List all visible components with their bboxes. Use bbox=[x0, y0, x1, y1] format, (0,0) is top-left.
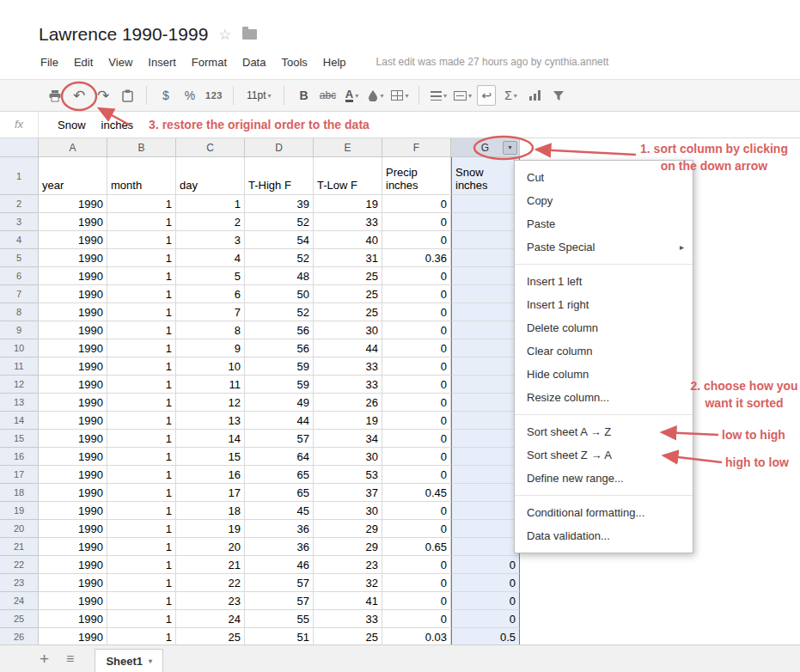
cell-D10[interactable]: 56 bbox=[245, 339, 314, 357]
context-menu-item-define-new-range[interactable]: Define new range... bbox=[515, 467, 693, 490]
cell-A25[interactable]: 1990 bbox=[39, 610, 107, 628]
cell-E16[interactable]: 30 bbox=[314, 448, 382, 466]
row-header-18[interactable]: 18 bbox=[0, 484, 39, 502]
cell-G1[interactable]: Snow inches bbox=[451, 157, 520, 195]
cell-F5[interactable]: 0.36 bbox=[382, 249, 451, 267]
merge-cells-icon[interactable]: ▾ bbox=[453, 85, 472, 106]
cell-A4[interactable]: 1990 bbox=[39, 231, 107, 249]
add-sheet-icon[interactable]: + bbox=[40, 650, 49, 669]
cell-D16[interactable]: 64 bbox=[245, 448, 314, 466]
chart-icon[interactable] bbox=[525, 85, 544, 106]
cell-D19[interactable]: 45 bbox=[245, 502, 314, 520]
cell-C2[interactable]: 1 bbox=[176, 195, 245, 213]
column-header-A[interactable]: A bbox=[39, 138, 107, 157]
cell-A1[interactable]: year bbox=[39, 157, 107, 195]
cell-F18[interactable]: 0.45 bbox=[382, 484, 451, 502]
cell-C10[interactable]: 9 bbox=[176, 339, 245, 357]
folder-icon[interactable] bbox=[242, 29, 257, 40]
font-size-select[interactable]: 11pt ▾ bbox=[243, 85, 274, 106]
column-header-D[interactable]: D bbox=[245, 138, 314, 157]
cell-D24[interactable]: 57 bbox=[245, 592, 314, 610]
menu-edit[interactable]: Edit bbox=[66, 54, 101, 70]
cell-A10[interactable]: 1990 bbox=[39, 339, 107, 357]
cell-B8[interactable]: 1 bbox=[107, 303, 176, 321]
cell-G11[interactable] bbox=[451, 357, 520, 376]
cell-F3[interactable]: 0 bbox=[382, 213, 451, 231]
cell-D22[interactable]: 46 bbox=[245, 556, 314, 574]
cell-B7[interactable]: 1 bbox=[107, 285, 176, 303]
cell-D2[interactable]: 39 bbox=[245, 195, 314, 213]
cell-G15[interactable] bbox=[451, 430, 520, 448]
context-menu-item-delete-column[interactable]: Delete column bbox=[515, 316, 693, 339]
cell-F6[interactable]: 0 bbox=[382, 267, 451, 285]
row-header-25[interactable]: 25 bbox=[0, 610, 39, 628]
cell-D15[interactable]: 57 bbox=[245, 430, 314, 448]
context-menu-item-hide-column[interactable]: Hide column bbox=[515, 363, 693, 386]
cell-B16[interactable]: 1 bbox=[107, 448, 176, 466]
cell-C22[interactable]: 21 bbox=[176, 556, 245, 574]
cell-G21[interactable] bbox=[451, 538, 520, 556]
cell-B10[interactable]: 1 bbox=[107, 339, 176, 357]
cell-B9[interactable]: 1 bbox=[107, 321, 176, 339]
cell-F19[interactable]: 0 bbox=[382, 502, 451, 520]
cell-B22[interactable]: 1 bbox=[107, 556, 176, 574]
context-menu-item-clear-column[interactable]: Clear column bbox=[515, 339, 693, 363]
cell-C18[interactable]: 17 bbox=[176, 484, 245, 502]
cell-F1[interactable]: Precip inches bbox=[382, 157, 451, 195]
menu-data[interactable]: Data bbox=[235, 54, 273, 70]
cell-G10[interactable] bbox=[451, 339, 520, 357]
cell-D21[interactable]: 36 bbox=[245, 538, 314, 556]
row-header-8[interactable]: 8 bbox=[0, 303, 39, 321]
cell-G14[interactable] bbox=[451, 412, 520, 430]
context-menu-item-insert-1-left[interactable]: Insert 1 left bbox=[515, 270, 693, 293]
cell-E19[interactable]: 30 bbox=[314, 502, 382, 520]
cell-E20[interactable]: 29 bbox=[314, 520, 382, 538]
cell-C21[interactable]: 20 bbox=[176, 538, 245, 556]
cell-B12[interactable]: 1 bbox=[107, 376, 176, 394]
undo-icon[interactable]: ↶ bbox=[70, 85, 89, 106]
column-header-E[interactable]: E bbox=[314, 138, 382, 157]
filter-icon[interactable] bbox=[549, 85, 568, 106]
strikethrough-icon[interactable]: abc bbox=[318, 85, 337, 106]
cell-G26[interactable]: 0.5 bbox=[451, 628, 520, 645]
cell-G24[interactable]: 0 bbox=[451, 592, 520, 610]
cell-E11[interactable]: 33 bbox=[314, 357, 382, 376]
cell-D8[interactable]: 52 bbox=[245, 303, 314, 321]
cell-C25[interactable]: 24 bbox=[176, 610, 245, 628]
text-color-icon[interactable]: A ▾ bbox=[342, 85, 361, 106]
cell-A2[interactable]: 1990 bbox=[39, 195, 107, 213]
cell-E17[interactable]: 53 bbox=[314, 466, 382, 484]
cell-E8[interactable]: 25 bbox=[314, 303, 382, 321]
borders-icon[interactable]: ▾ bbox=[390, 85, 409, 106]
cell-D9[interactable]: 56 bbox=[245, 321, 314, 339]
column-header-B[interactable]: B bbox=[107, 138, 176, 157]
row-header-11[interactable]: 11 bbox=[0, 357, 39, 376]
functions-icon[interactable]: Σ ▾ bbox=[501, 85, 520, 106]
cell-A18[interactable]: 1990 bbox=[39, 484, 107, 502]
cell-G17[interactable] bbox=[451, 466, 520, 484]
cell-B17[interactable]: 1 bbox=[107, 466, 176, 484]
cell-G16[interactable] bbox=[451, 448, 520, 466]
cell-C11[interactable]: 10 bbox=[176, 357, 245, 376]
cell-D12[interactable]: 59 bbox=[245, 376, 314, 394]
row-header-26[interactable]: 26 bbox=[0, 628, 39, 645]
cell-A12[interactable]: 1990 bbox=[39, 376, 107, 394]
context-menu-item-data-validation[interactable]: Data validation... bbox=[515, 524, 693, 547]
cell-C13[interactable]: 12 bbox=[176, 394, 245, 412]
cell-C8[interactable]: 7 bbox=[176, 303, 245, 321]
align-icon[interactable]: ▾ bbox=[429, 85, 448, 106]
cell-E9[interactable]: 30 bbox=[314, 321, 382, 339]
cell-B18[interactable]: 1 bbox=[107, 484, 176, 502]
cell-E3[interactable]: 33 bbox=[314, 213, 382, 231]
cell-D26[interactable]: 51 bbox=[245, 628, 314, 645]
row-header-23[interactable]: 23 bbox=[0, 574, 39, 592]
cell-A7[interactable]: 1990 bbox=[39, 285, 107, 303]
cell-E14[interactable]: 19 bbox=[314, 412, 382, 430]
cell-F24[interactable]: 0 bbox=[382, 592, 451, 610]
cell-F22[interactable]: 0 bbox=[382, 556, 451, 574]
cell-D4[interactable]: 54 bbox=[245, 231, 314, 249]
row-header-22[interactable]: 22 bbox=[0, 556, 39, 574]
cell-E4[interactable]: 40 bbox=[314, 231, 382, 249]
cell-D13[interactable]: 49 bbox=[245, 394, 314, 412]
row-header-1[interactable]: 1 bbox=[0, 157, 39, 195]
